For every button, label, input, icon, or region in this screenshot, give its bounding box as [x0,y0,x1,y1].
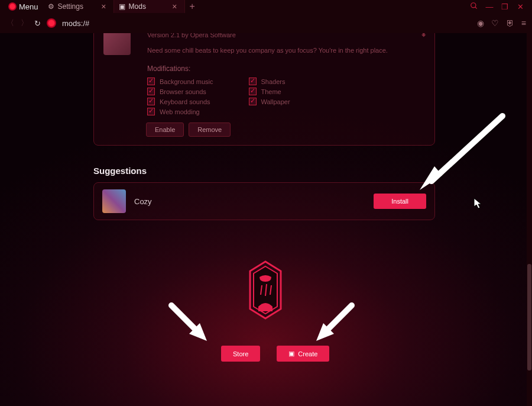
enable-button[interactable]: Enable [146,123,184,137]
suggestion-thumbnail [102,189,126,213]
menu-label: Menu [19,2,38,11]
installed-mod-card: ⬇ Version 2.1 by Opera Software Need som… [93,33,435,146]
annotation-arrow-icon [310,299,358,347]
svg-marker-10 [189,323,207,341]
svg-line-11 [325,305,352,332]
checkbox-icon [249,98,257,105]
annotation-arrow-icon [166,299,213,347]
cursor-icon [473,198,483,210]
svg-line-1 [475,7,477,8]
url-text[interactable]: mods:/# [62,19,89,28]
opera-logo-icon [8,2,17,11]
modifications-label: Modifications: [147,65,425,73]
suggestions-heading: Suggestions [93,166,147,176]
create-icon: ▣ [288,350,294,357]
mods-icon: ▣ [119,2,125,11]
svg-marker-12 [316,323,334,341]
heart-icon[interactable]: ♡ [491,18,499,28]
mod-option[interactable]: Theme [249,88,290,95]
store-button[interactable]: Store [221,346,260,362]
page-content: ⬇ Version 2.1 by Opera Software Need som… [0,33,532,406]
checkbox-icon [147,78,155,85]
mod-option[interactable]: Web modding [147,108,213,115]
forward-button[interactable]: 〉 [20,18,28,28]
profile-icon[interactable]: ⛨ [506,18,514,28]
mod-description: Need some chill beats to keep you compan… [147,47,425,54]
mod-thumbnail [103,33,131,55]
tab-settings[interactable]: ⚙ Settings × [43,0,114,13]
svg-point-0 [471,2,476,7]
back-button[interactable]: 〈 [6,18,14,28]
install-button[interactable]: Install [374,194,426,209]
easy-setup-icon[interactable]: ≡ [521,18,526,28]
suggestion-card: Cozy Install [93,182,435,220]
close-icon[interactable]: × [99,2,108,11]
mod-option[interactable]: Shaders [249,78,290,85]
scrollbar[interactable] [527,33,532,406]
svg-line-9 [171,305,198,332]
gx-mods-badge-icon [248,260,283,320]
checkbox-icon [147,88,155,95]
mod-option[interactable]: Keyboard sounds [147,98,213,105]
site-badge-icon [47,18,56,28]
tab-label: Mods [129,2,146,11]
checkbox-icon [147,98,155,105]
close-window-icon[interactable]: ✕ [515,2,525,11]
window-titlebar: Menu ⚙ Settings × ▣ Mods × + — ❐ ✕ [0,0,532,13]
reload-button[interactable]: ↻ [34,19,41,28]
remove-button[interactable]: Remove [189,123,231,137]
checkbox-icon [249,78,257,85]
address-bar: 〈 〉 ↻ mods:/# ◉ ♡ ⛨ ≡ [0,13,532,33]
close-icon[interactable]: × [170,2,179,11]
maximize-icon[interactable]: ❐ [500,2,510,11]
snapshot-icon[interactable]: ◉ [477,18,484,28]
mod-version-line: Version 2.1 by Opera Software [147,33,425,38]
new-tab-button[interactable]: + [185,1,200,12]
tab-mods[interactable]: ▣ Mods × [114,0,185,13]
mod-option[interactable]: Browser sounds [147,88,213,95]
create-button[interactable]: ▣ Create [277,346,329,362]
checkbox-icon [147,108,155,115]
suggestion-name: Cozy [134,197,152,206]
mod-option[interactable]: Background music [147,78,213,85]
minimize-icon[interactable]: — [485,2,494,11]
mod-option[interactable]: Wallpaper [249,98,290,105]
menu-button[interactable]: Menu [4,1,43,12]
checkbox-icon [249,88,257,95]
svg-line-7 [432,116,502,181]
download-icon[interactable]: ⬇ [420,33,427,39]
search-icon[interactable] [469,2,479,12]
gear-icon: ⚙ [48,2,54,11]
tab-label: Settings [58,2,83,11]
scroll-thumb[interactable] [527,264,531,370]
